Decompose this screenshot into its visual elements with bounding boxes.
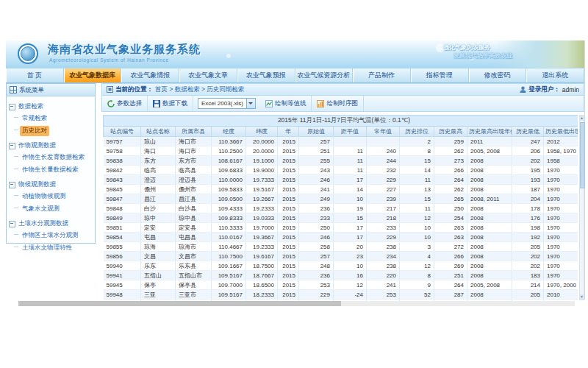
- table-cell: 23: [334, 252, 367, 261]
- table-cell: 2015: [278, 280, 299, 290]
- sidebar-item[interactable]: 土壤水文物理特性: [20, 243, 74, 253]
- table-row: 59849琼中琼中县109.833319.0333201523315218122…: [104, 213, 578, 223]
- sidebar-item[interactable]: 历史比对: [20, 126, 49, 136]
- table-cell: 109.8333: [212, 213, 246, 223]
- decor-bubble: [226, 54, 231, 58]
- vertical-scroll-thumb[interactable]: [580, 122, 585, 188]
- slogan-line1: 强化气象为农服务: [443, 43, 512, 52]
- scroll-up-arrow-icon[interactable]: ▲: [580, 116, 584, 121]
- nav-tab[interactable]: 农业气象情报: [121, 68, 179, 82]
- sidebar-item[interactable]: 作物生长发育数据检索: [20, 152, 87, 163]
- table-cell: 2008: [467, 204, 512, 213]
- nav-tab[interactable]: 修改密码: [469, 68, 527, 82]
- table-cell: 109.6833: [212, 166, 246, 175]
- format-select[interactable]: Excel 2003(.xls): [198, 98, 256, 109]
- param-select-button[interactable]: 参数选择: [102, 96, 148, 111]
- data-download-label: 数据下载: [162, 99, 187, 108]
- sidebar-item[interactable]: 常规检索: [20, 113, 49, 124]
- table-cell: 白沙: [141, 204, 176, 213]
- table-cell: 19.7000: [246, 223, 278, 233]
- table-cell: 19.6167: [246, 252, 278, 261]
- table-cell: 琼中县: [176, 213, 212, 223]
- column-header: 站点名称: [141, 127, 176, 137]
- sidebar-item[interactable]: 作物生长量数据检索: [20, 165, 81, 175]
- sidebar-item[interactable]: 动植物物候观测: [20, 191, 68, 202]
- app-subtitle: Agrometeorological System of Hainan Prov…: [49, 57, 169, 63]
- table-cell: 琼海市: [176, 242, 212, 252]
- nav-tab[interactable]: 农业气象文章: [179, 68, 237, 82]
- sidebar-group-toggle[interactable]: 数据检索: [9, 102, 93, 111]
- table-cell: 15: [334, 213, 367, 223]
- table-cell: 1970: [544, 223, 578, 233]
- nav-tab[interactable]: 指标管理: [411, 68, 469, 82]
- collapse-minus-icon[interactable]: [9, 221, 15, 227]
- table-cell: 文昌: [141, 252, 176, 261]
- table-body: 59757琼山海口市110.366720.0000201525722592011…: [104, 137, 578, 302]
- format-select-value: Excel 2003(.xls): [198, 100, 246, 107]
- table-cell: 18.7500: [246, 261, 278, 271]
- table-row: 59848白沙白沙县109.433319.2333201523619217112…: [104, 204, 578, 213]
- table-cell: 昌江县: [176, 194, 212, 204]
- table-cell: 2008: [467, 290, 512, 300]
- table-cell: 定安县: [176, 223, 212, 233]
- table-cell: 202: [512, 261, 544, 271]
- sidebar-group-toggle[interactable]: 作物观测数据: [9, 141, 93, 150]
- table-cell: 233: [367, 223, 400, 233]
- nav-tab[interactable]: 退出系统: [526, 68, 584, 82]
- table-cell: 定安: [141, 223, 176, 233]
- table-cell: 264: [434, 175, 467, 185]
- table-cell: -24: [334, 290, 367, 300]
- sidebar-item[interactable]: 气象水文观测: [20, 204, 62, 214]
- breadcrumb[interactable]: 首页 > 数据检索 > 历史同期检索: [155, 85, 244, 94]
- sidebar-group-toggle[interactable]: 物候观测数据: [9, 180, 93, 189]
- collapse-minus-icon[interactable]: [9, 143, 15, 149]
- scroll-down-arrow-icon[interactable]: ▼: [580, 294, 584, 300]
- nav-tab[interactable]: 首 页: [6, 68, 64, 82]
- table-cell: 14: [334, 185, 367, 194]
- table-cell: 109.5167: [212, 290, 246, 300]
- table-cell: 1970: [544, 271, 578, 280]
- data-download-button[interactable]: 数据下载: [148, 96, 193, 111]
- menu-grid-icon: [10, 86, 17, 93]
- sidebar-item[interactable]: 作物区土壤水分观测: [20, 230, 81, 241]
- table-header-row: 站点编号站点名称所属市县经度纬度年原始值距平值常年值历史排位历史最高历史最高出现…: [104, 127, 578, 137]
- table-cell: 2010: [544, 290, 578, 300]
- table-cell: 259: [434, 137, 467, 146]
- table-cell: 临高: [141, 166, 176, 175]
- nav-tab[interactable]: 农业气候资源分析: [295, 68, 354, 82]
- collapse-minus-icon[interactable]: [9, 104, 15, 110]
- horizontal-scrollbar[interactable]: [18, 301, 575, 306]
- table-cell: 儋州市: [176, 185, 212, 194]
- column-header: 历史最低: [512, 127, 544, 137]
- table-cell: 10: [334, 194, 367, 204]
- nav-tab[interactable]: 产品制作: [353, 68, 411, 82]
- table-cell: 2015: [278, 146, 299, 156]
- table-cell: 海口市: [176, 137, 212, 146]
- table-vertical-scrollbar[interactable]: ▲ ▼: [579, 115, 584, 300]
- table-cell: 2: [400, 137, 434, 146]
- table-cell: 269: [434, 261, 467, 271]
- breadcrumb-bar: 当前的位置： 首页 > 数据检索 > 历史同期检索 登录用户： admin: [101, 83, 584, 96]
- table-cell: 183: [512, 271, 544, 280]
- column-header: 所属市县: [176, 127, 212, 137]
- horizontal-scroll-thumb[interactable]: [18, 301, 341, 306]
- table-cell: 250: [299, 223, 334, 233]
- nav-tab[interactable]: 农业气象预报: [237, 68, 295, 82]
- table-cell: 59856: [104, 252, 141, 261]
- table-cell: 11: [400, 204, 434, 213]
- nav-tab[interactable]: 农业气象数据库: [64, 68, 122, 82]
- sidebar-group-label: 数据检索: [18, 102, 43, 111]
- table-cell: 19.0333: [246, 213, 278, 223]
- sidebar-group-toggle[interactable]: 土壤水分观测数据: [9, 219, 93, 228]
- table-cell: 264: [434, 280, 467, 290]
- table-cell: 239: [367, 194, 400, 204]
- table-cell: 19.9000: [246, 166, 278, 175]
- table-cell: 临高县: [176, 166, 212, 175]
- table-cell: 59757: [104, 137, 141, 146]
- collapse-minus-icon[interactable]: [9, 182, 15, 188]
- draw-contour-button[interactable]: 绘制等值线: [260, 96, 312, 111]
- draw-timeseries-button[interactable]: 绘制时序图: [312, 96, 364, 111]
- chevron-down-icon[interactable]: [246, 99, 255, 108]
- table-cell: 2015: [278, 242, 299, 252]
- table-cell: 52: [400, 290, 434, 300]
